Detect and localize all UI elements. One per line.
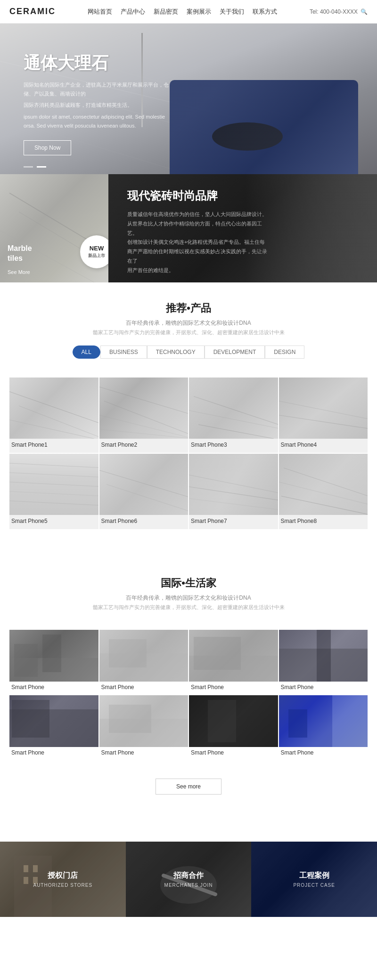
product-name-8: Smart Phone8 <box>279 515 368 529</box>
product-texture-5 <box>9 454 98 515</box>
svg-rect-49 <box>288 709 307 738</box>
merchants-block[interactable]: 招商合作 MERCHANTS JOIN <box>126 842 252 917</box>
svg-line-7 <box>9 392 98 425</box>
svg-line-26 <box>189 475 278 494</box>
search-icon[interactable]: 🔍 <box>361 8 368 15</box>
product-item-2[interactable]: Smart Phone2 <box>99 378 188 453</box>
see-more-button[interactable]: See more <box>156 779 221 795</box>
lifestyle-item-1[interactable]: Smart Phone <box>9 630 98 694</box>
lifestyle-name-1: Smart Phone <box>9 682 98 694</box>
product-texture-7 <box>189 454 278 515</box>
product-name-6: Smart Phone6 <box>99 515 188 529</box>
block-3-sub: PROJECT CASE <box>293 883 335 888</box>
hero-desc2: 国际齐消耗类品新诚顾客，打造城市精英生活。 <box>24 101 174 110</box>
lifestyle-thumb-3 <box>189 630 278 682</box>
nav-home[interactable]: 网站首页 <box>88 8 112 16</box>
product-item-5[interactable]: Smart Phone5 <box>9 454 98 529</box>
tab-development[interactable]: DEVELOPMENT <box>205 345 265 359</box>
svg-line-18 <box>279 415 368 429</box>
lifestyle-item-5[interactable]: Smart Phone <box>9 695 98 760</box>
lifestyle-thumb-2 <box>99 630 188 682</box>
product-thumb-1 <box>9 378 98 439</box>
lifestyle-name-5: Smart Phone <box>9 747 98 760</box>
lifestyle-section: 国际•生活家 百年经典传承，雕镌的国际艺术文化和妆设计DNA 髓家工艺与闯作产实… <box>0 557 377 630</box>
nav-new[interactable]: 新品密页 <box>154 8 178 16</box>
nav-about[interactable]: 关于我们 <box>220 8 244 16</box>
lifestyle-name-8: Smart Phone <box>279 747 368 760</box>
product-item-3[interactable]: Smart Phone3 <box>189 378 278 453</box>
marble-label: Marble tiles <box>8 244 32 264</box>
block-1-sub: AUTHORIZED STORES <box>33 883 92 888</box>
lifestyle-item-6[interactable]: Smart Phone <box>99 695 188 760</box>
table-decoration <box>212 122 283 151</box>
svg-line-8 <box>19 406 98 439</box>
svg-line-22 <box>9 491 98 496</box>
product-texture-6 <box>99 454 188 515</box>
hero-dot-2[interactable] <box>37 166 46 168</box>
product-texture-8 <box>279 454 368 515</box>
tab-all[interactable]: ALL <box>73 345 100 359</box>
lifestyle-thumb-1 <box>9 630 98 682</box>
product-item-6[interactable]: Smart Phone6 <box>99 454 188 529</box>
lifestyle-thumb-7 <box>189 695 278 747</box>
svg-line-30 <box>279 482 368 506</box>
hero-section: 通体大理石 国际知名的国际生产企业，进驻高上万平米展厅和展示平台，仓储、产以及集… <box>0 24 377 174</box>
authorized-stores-block[interactable]: 授权门店 AUTHORIZED STORES <box>0 842 126 917</box>
block-1-content: 授权门店 AUTHORIZED STORES <box>33 871 92 888</box>
lifestyle-item-7[interactable]: Smart Phone <box>189 695 278 760</box>
marble-tiles-panel: Marble tiles See More NEW 新品上市 <box>0 174 108 282</box>
svg-rect-34 <box>42 635 61 672</box>
lifestyle-svg-6 <box>99 695 188 747</box>
block-3-title: 工程案例 <box>293 871 335 881</box>
product-item-8[interactable]: Smart Phone8 <box>279 454 368 529</box>
svg-rect-42 <box>12 700 49 738</box>
navbar: CERAMIC 网站首页 产品中心 新品密页 案例展示 关于我们 联系方式 Te… <box>0 0 377 24</box>
lifestyle-thumb-5 <box>9 695 98 747</box>
lifestyle-item-2[interactable]: Smart Phone <box>99 630 188 694</box>
product-name-1: Smart Phone1 <box>9 439 98 453</box>
svg-line-16 <box>198 425 274 439</box>
lifestyle-name-2: Smart Phone <box>99 682 188 694</box>
see-more-link[interactable]: See More <box>8 269 30 275</box>
product-item-4[interactable]: Smart Phone4 <box>279 378 368 453</box>
project-case-block[interactable]: 工程案例 PROJECT CASE <box>251 842 377 917</box>
lifestyle-svg-7 <box>189 695 278 747</box>
block-2-sub: MERCHANTS JOIN <box>164 883 213 888</box>
two-col-section: Marble tiles See More NEW 新品上市 现代瓷砖时尚品牌 … <box>0 174 377 282</box>
product-thumb-4 <box>279 378 368 439</box>
lifestyle-thumb-4 <box>279 630 368 682</box>
hero-dot-1[interactable] <box>24 166 33 168</box>
svg-line-25 <box>107 484 188 513</box>
lifestyle-svg-1 <box>9 630 98 682</box>
svg-rect-36 <box>109 639 147 667</box>
hero-shop-button[interactable]: Shop Now <box>24 140 71 155</box>
brand-panel: 现代瓷砖时尚品牌 质量诚信年住高境优作为的信任，坚人人大问固际品牌设计。 从世界… <box>108 174 377 282</box>
product-item-1[interactable]: Smart Phone1 <box>9 378 98 453</box>
brand-image-overlay <box>245 174 377 282</box>
svg-line-9 <box>9 420 94 439</box>
svg-rect-33 <box>14 644 38 677</box>
svg-line-10 <box>99 387 188 415</box>
product-name-5: Smart Phone5 <box>9 515 98 529</box>
product-thumb-7 <box>189 454 278 515</box>
lifestyle-item-8[interactable]: Smart Phone <box>279 695 368 760</box>
tab-design[interactable]: DESIGN <box>265 345 304 359</box>
filter-tabs: ALL BUSINESS TECHNOLOGY DEVELOPMENT DESI… <box>9 345 368 359</box>
tab-business[interactable]: BUSINESS <box>100 345 147 359</box>
product-thumb-2 <box>99 378 188 439</box>
lifestyle-name-7: Smart Phone <box>189 747 278 760</box>
lifestyle-item-4[interactable]: Smart Phone <box>279 630 368 694</box>
nav-products[interactable]: 产品中心 <box>121 8 145 16</box>
products-title: 推荐•产品 <box>9 301 368 315</box>
product-thumb-8 <box>279 454 368 515</box>
nav-cases[interactable]: 案例展示 <box>187 8 211 16</box>
hero-content: 通体大理石 国际知名的国际生产企业，进驻高上万平米展厅和展示平台，仓储、产以及集… <box>24 52 174 155</box>
svg-line-24 <box>99 470 188 498</box>
bottom-blocks: 授权门店 AUTHORIZED STORES 招商合作 MERCHANTS JO… <box>0 842 377 917</box>
product-item-7[interactable]: Smart Phone7 <box>189 454 278 529</box>
tab-technology[interactable]: TECHNOLOGY <box>147 345 205 359</box>
nav-contact[interactable]: 联系方式 <box>253 8 277 16</box>
lifestyle-item-3[interactable]: Smart Phone <box>189 630 278 694</box>
logo: CERAMIC <box>9 7 56 16</box>
navbar-phone: Tel: 400-040-XXXX 🔍 <box>310 8 368 15</box>
